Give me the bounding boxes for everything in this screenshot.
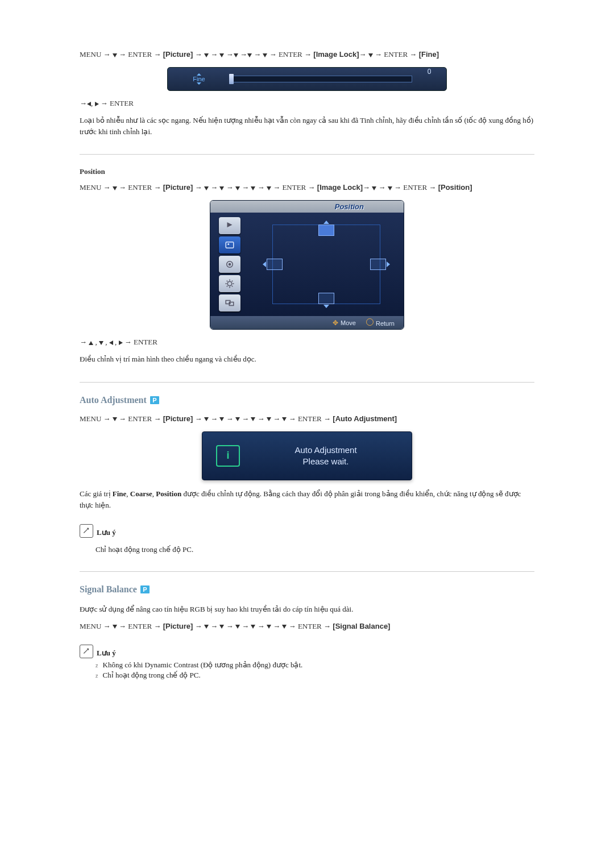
list-item: Chỉ hoạt động trong chế độ PC. <box>96 671 534 680</box>
down-icon <box>388 186 392 190</box>
text: → <box>240 414 251 423</box>
text: → ENTER → <box>117 622 163 630</box>
text: → <box>255 414 267 423</box>
text: → <box>271 414 283 423</box>
text: → <box>255 622 267 630</box>
slider-handle[interactable] <box>229 74 234 84</box>
divider <box>80 571 534 572</box>
text: → ENTER → <box>373 50 419 59</box>
down-icon <box>197 82 201 85</box>
heading-auto-adjustment: Auto AdjustmentP <box>80 395 534 405</box>
pc-badge-icon: P <box>150 396 159 404</box>
down-icon <box>204 625 209 629</box>
note-signal: Lưu ý <box>80 645 534 658</box>
tab-input-icon[interactable] <box>219 217 240 234</box>
note-icon <box>80 524 93 538</box>
body-position: Điều chỉnh vị trí màn hình theo chiều ng… <box>80 354 534 365</box>
note-label: Lưu ý <box>97 649 116 658</box>
text: Các giá trị <box>80 489 113 498</box>
heading-signal-balance: Signal BalanceP <box>80 584 534 595</box>
menu-picture: [Picture] <box>163 622 193 630</box>
down-icon <box>204 186 209 190</box>
position-up-button[interactable] <box>318 221 334 236</box>
text: → <box>193 183 204 192</box>
footer-move: Move <box>333 319 356 327</box>
text: → ENTER → <box>267 50 313 59</box>
heading-position: Position <box>80 167 534 176</box>
down-icon <box>267 625 271 629</box>
menu-position: [Position] <box>438 183 472 192</box>
text: → <box>359 50 368 59</box>
list-item: Không có khi Dynamic Contrast (Độ tương … <box>96 661 534 670</box>
term-coarse: Coarse <box>130 489 152 498</box>
text: → <box>376 183 388 192</box>
down-icon <box>247 53 252 57</box>
nav-position-2: → , , , → ENTER <box>80 338 534 347</box>
term-fine: Fine <box>113 489 127 498</box>
osd-fine-slider[interactable] <box>230 68 412 90</box>
tab-multi-icon[interactable] <box>219 294 240 312</box>
svg-point-4 <box>227 281 232 286</box>
text: → ENTER → <box>117 50 163 59</box>
left-icon <box>87 102 91 106</box>
down-icon <box>113 417 117 421</box>
text: → ENTER → <box>287 622 333 630</box>
menu-picture: [Picture] <box>163 50 193 59</box>
down-icon <box>113 53 117 57</box>
body-fine: Loại bỏ nhiễu như là các sọc ngang. Nếu … <box>80 115 534 137</box>
down-icon <box>99 341 103 345</box>
down-icon <box>368 53 373 57</box>
note-label: Lưu ý <box>97 528 116 537</box>
nav-fine-2: →, → ENTER <box>80 99 534 108</box>
text: → <box>240 622 251 630</box>
text: → ENTER → <box>117 183 163 192</box>
text: → <box>238 50 247 59</box>
osd-fine-value: 0 <box>412 68 446 90</box>
text: → <box>193 50 204 59</box>
return-icon <box>366 318 374 326</box>
nav-auto: MENU → → ENTER → [Picture] → → → → → → →… <box>80 414 534 423</box>
menu-picture: [Picture] <box>163 183 193 192</box>
down-icon <box>235 186 240 190</box>
osd-position-pad <box>249 213 404 316</box>
position-right-button[interactable] <box>370 259 390 270</box>
divider <box>80 382 534 383</box>
svg-point-1 <box>227 243 229 245</box>
text: MENU → <box>80 414 113 423</box>
down-icon <box>113 625 117 629</box>
text: → <box>209 414 220 423</box>
body-signal: Được sử dụng để nâng cao tín hiệu RGB bị… <box>80 604 534 615</box>
heading-text: Auto Adjustment <box>80 395 147 405</box>
text: → <box>193 414 204 423</box>
slider-track[interactable] <box>230 76 412 82</box>
text: → <box>224 622 235 630</box>
text: MENU → <box>80 50 113 59</box>
osd-fine-label-area: Fine <box>168 68 230 90</box>
term-position: Position <box>156 489 181 498</box>
text: MENU → <box>80 183 113 192</box>
note-icon <box>80 645 93 658</box>
menu-signal-balance: [Signal Balance] <box>333 622 390 630</box>
osd-fine: Fine 0 <box>167 67 447 91</box>
osd-auto-text: Auto AdjustmentPlease wait. <box>254 445 398 468</box>
down-icon <box>204 417 209 421</box>
tab-sound-icon[interactable] <box>219 256 240 273</box>
down-icon <box>267 417 271 421</box>
text: → ENTER → <box>271 183 317 192</box>
text: , <box>113 338 119 346</box>
footer-return-label: Return <box>376 320 395 327</box>
menu-imagelock: [Image Lock] <box>313 50 359 59</box>
text: → <box>255 183 267 192</box>
text: → ENTER <box>123 338 157 346</box>
tab-picture-icon[interactable] <box>219 236 240 254</box>
right-icon <box>119 340 123 345</box>
text: → ENTER → <box>392 183 438 192</box>
position-left-button[interactable] <box>263 259 283 270</box>
text: → ENTER → <box>117 414 163 423</box>
menu-auto: [Auto Adjustment] <box>333 414 397 423</box>
osd-footer: Move Return <box>210 316 404 329</box>
text: MENU → <box>80 622 113 630</box>
position-down-button[interactable] <box>318 293 334 308</box>
text: → <box>224 414 235 423</box>
tab-setup-icon[interactable] <box>219 275 240 292</box>
